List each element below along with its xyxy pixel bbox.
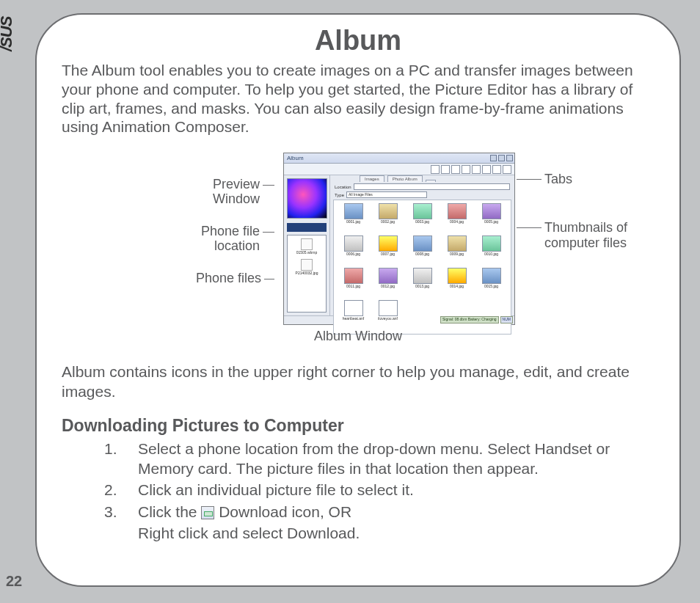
callout-phone-files: Phone files (196, 271, 261, 286)
figure-caption: Album Window (62, 329, 655, 344)
thumb: iloveyou.anf (371, 300, 404, 331)
callout-phone-loc: Phone file location (186, 224, 260, 254)
thumb: 0011.jpg (337, 268, 370, 299)
thumb: 0003.jpg (406, 203, 439, 234)
intro-paragraph: The Album tool enables you to create ima… (62, 61, 655, 136)
figure: Preview Window Phone file location Phone… (62, 153, 655, 343)
thumb: 0010.jpg (475, 235, 508, 266)
tab: Images (360, 175, 384, 182)
step-3-continuation: Right click and select Download. (62, 523, 655, 543)
section-heading: Downloading Pictures to Computer (62, 416, 655, 436)
content-panel: Album The Album tool enables you to crea… (35, 13, 681, 587)
toolbar-icon (503, 165, 511, 174)
thumb: 0004.jpg (440, 203, 473, 234)
callout-preview: Preview Window (201, 178, 260, 207)
album-window-screenshot: Album 01505.wbmp P2140032 (283, 153, 515, 325)
thumb: 0002.jpg (371, 203, 404, 234)
thumb: 0009.jpg (440, 235, 473, 266)
toolbar-icon (441, 165, 450, 174)
page-title: Album (62, 25, 655, 56)
toolbar-icon (472, 165, 481, 174)
location-bar: Location TypeAll Image Files (330, 182, 514, 200)
page-number: 22 (6, 573, 22, 590)
app-title: Album (287, 155, 304, 161)
max-icon (498, 155, 505, 161)
phone-files-pane: 01505.wbmp P2140032.jpg (287, 235, 327, 313)
toolbar-icon (431, 165, 440, 174)
phone-file: P2140032.jpg (291, 259, 323, 275)
phone-file: 01505.wbmp (291, 238, 323, 255)
thumb: 0015.jpg (475, 268, 508, 299)
close-icon (506, 155, 513, 161)
callout-tabs: Tabs (544, 172, 572, 187)
phone-location-dropdown (287, 223, 327, 232)
thumb: 0008.jpg (406, 235, 439, 266)
step-3: 3.Click the Download icon, OR (104, 502, 655, 522)
preview-window (287, 178, 327, 219)
thumb: 0006.jpg (337, 235, 370, 266)
app-titlebar: Album (284, 153, 514, 164)
step-2: 2.Click an individual picture file to se… (104, 480, 655, 500)
thumb: 0014.jpg (440, 268, 473, 299)
body-paragraph: Album contains icons in the upper right … (62, 362, 655, 401)
thumb: 0007.jpg (371, 235, 404, 266)
download-icon (201, 506, 214, 519)
thumb: 0001.jpg (337, 203, 370, 234)
tab: Photo Album (387, 175, 423, 182)
step-1: 1.Select a phone location from the drop-… (104, 439, 655, 479)
toolbar-icon (482, 165, 491, 174)
thumb: 0013.jpg (406, 268, 439, 299)
status-signal: Signal: 08 dbm Battery: Charging (440, 316, 499, 324)
toolbar-icon (451, 165, 460, 174)
status-num: NUM (500, 316, 513, 324)
callout-thumbs: Thumbnails of computer files (544, 220, 632, 250)
min-icon (490, 155, 497, 161)
thumb: heartbeat.anf (337, 300, 370, 331)
thumb: 0005.jpg (475, 203, 508, 234)
tabs-row: Images Photo Album (330, 175, 514, 182)
steps-list: 1.Select a phone location from the drop-… (62, 439, 655, 522)
toolbar-icon (492, 165, 501, 174)
brand-logo: /SUS (0, 17, 16, 51)
app-toolbar (284, 164, 514, 175)
toolbar-icon (462, 165, 470, 174)
thumb: 0012.jpg (371, 268, 404, 299)
thumbnail-grid: 0001.jpg 0002.jpg 0003.jpg 0004.jpg 0005… (333, 200, 511, 335)
